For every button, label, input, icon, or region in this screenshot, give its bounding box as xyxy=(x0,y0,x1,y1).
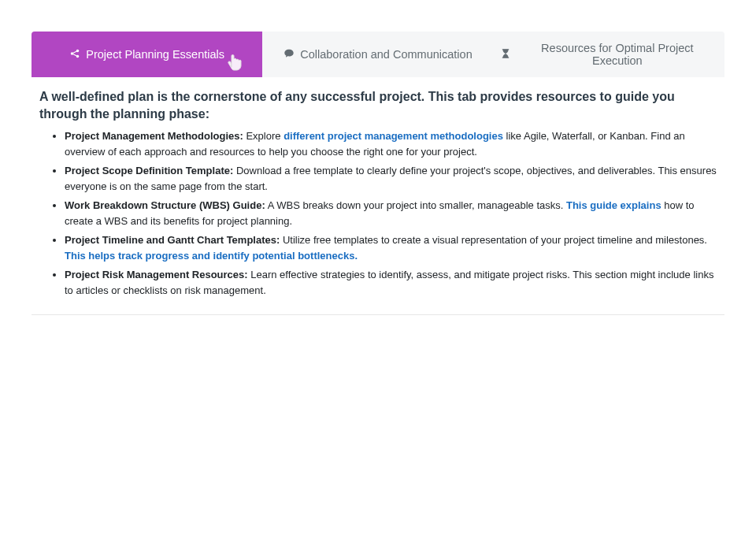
list-item: Project Timeline and Gantt Chart Templat… xyxy=(65,232,717,263)
tab-label: Project Planning Essentials xyxy=(86,48,224,61)
tab-label: Collaboration and Communication xyxy=(300,48,472,61)
list-item-text-pre: A WBS breaks down your project into smal… xyxy=(265,199,566,211)
list-item-link[interactable]: different project management methodologi… xyxy=(284,130,503,142)
svg-rect-5 xyxy=(502,49,508,50)
tab-bar: Project Planning EssentialsCollaboration… xyxy=(32,32,724,77)
svg-line-3 xyxy=(73,51,76,53)
list-item-title: Project Scope Definition Template: xyxy=(65,165,233,176)
content-heading: A well-defined plan is the cornerstone o… xyxy=(39,88,717,122)
list-item-link[interactable]: This guide explains xyxy=(566,199,662,211)
share-nodes-icon xyxy=(69,48,80,61)
tab-2[interactable]: Resources for Optimal Project Execution xyxy=(494,32,724,77)
list-item: Project Risk Management Resources: Learn… xyxy=(65,267,717,298)
hourglass-icon xyxy=(500,48,511,61)
tab-content: A well-defined plan is the cornerstone o… xyxy=(32,77,724,315)
list-item-title: Work Breakdown Structure (WBS) Guide: xyxy=(65,199,265,211)
tab-label: Resources for Optimal Project Execution xyxy=(517,42,718,67)
list-item-text-pre: Explore xyxy=(243,130,284,142)
list-item: Work Breakdown Structure (WBS) Guide: A … xyxy=(65,198,717,228)
list-item: Project Scope Definition Template: Downl… xyxy=(65,163,717,194)
list-item-title: Project Risk Management Resources: xyxy=(65,269,248,280)
tab-1[interactable]: Collaboration and Communication xyxy=(262,32,493,77)
svg-line-4 xyxy=(73,54,76,55)
list-item-title: Project Timeline and Gantt Chart Templat… xyxy=(65,234,280,246)
svg-rect-6 xyxy=(502,57,508,58)
list-item-text-pre: Utilize free templates to create a visua… xyxy=(280,234,707,246)
list-item-title: Project Management Methodologies: xyxy=(65,130,243,142)
list-item: Project Management Methodologies: Explor… xyxy=(65,128,717,159)
list-item-link[interactable]: This helps track progress and identify p… xyxy=(65,250,358,262)
comment-icon xyxy=(284,48,295,61)
content-list: Project Management Methodologies: Explor… xyxy=(39,128,717,298)
tab-0[interactable]: Project Planning Essentials xyxy=(32,32,262,77)
